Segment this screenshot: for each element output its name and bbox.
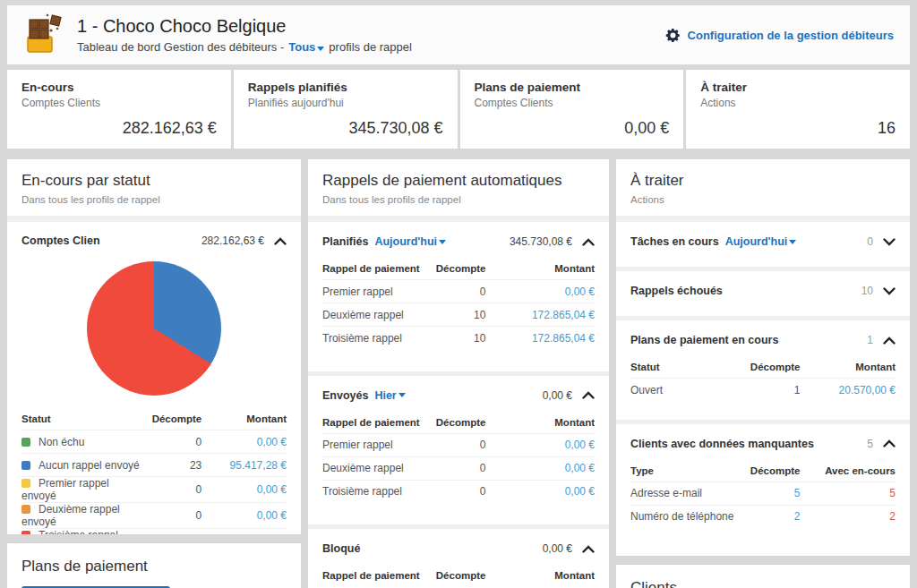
legend-swatch [21,505,30,514]
table-row[interactable]: Ouvert 1 20.570,00 € [630,379,896,402]
section-label: Envoyés [322,389,368,402]
actions-card: À traiter Actions Tâches en cours Aujour… [616,159,910,556]
group-label: Comptes Clien [21,234,100,247]
configuration-link[interactable]: Configuration de la gestion débiteurs [664,27,894,44]
status-group-header[interactable]: Comptes Clien 282.162,63 € [21,222,287,256]
section-count: 1 [867,334,873,346]
section-label: Clients avec données manquantes [630,438,814,450]
chevron-up-icon[interactable] [274,237,287,245]
chevron-up-icon[interactable] [582,391,595,399]
auto-reminders-card: Rappels de paiement automatiques Dans to… [308,159,609,588]
table-row[interactable]: Deuxième rappel10172.865,04 € [322,303,595,327]
breadcrumb-suffix: profils de rappel [329,40,412,54]
pie-chart-container [21,256,287,408]
status-table: Statut Décompte Montant Non échu 0 0,00 … [21,408,287,534]
chevron-up-icon[interactable] [582,545,595,553]
chevron-down-icon [317,47,324,51]
table-row[interactable]: Premier rappel envoyé 0 0,00 € [21,477,287,503]
breadcrumb-text: Tableau de bord Gestion des débiteurs - [77,40,284,54]
kpi-subtitle: Actions [700,97,896,109]
chocolate-bar-icon [23,13,64,57]
kpi-row: En-cours Comptes Clients 282.162,63 € Ra… [7,70,910,149]
table-row[interactable]: Adresse e-mail 5 5 [630,481,896,505]
bloque-table: Rappel de paiement Décompte Montant [322,565,595,586]
card-subtitle: Actions [630,194,896,205]
kpi-en-cours[interactable]: En-cours Comptes Clients 282.162,63 € [7,70,231,149]
period-dropdown[interactable]: Hier [374,389,405,402]
table-header-row: Rappel de paiement Décompte Montant [322,258,595,280]
chevron-down-icon [399,393,406,397]
table-row[interactable]: Troisième rappel envoyé 9 186.745,35 € [21,529,287,535]
chevron-up-icon[interactable] [883,439,896,447]
payment-plans-card: Plans de paiement Calendrier de paiement [7,543,301,588]
card-title: À traiter [630,172,896,190]
kpi-a-traiter[interactable]: À traiter Actions 16 [686,70,910,149]
section-bloque: Bloqué 0,00 € Rappel de paiement Décompt… [308,524,609,588]
section-header[interactable]: Planifiés Aujourd'hui 345.730,08 € [322,224,595,258]
chevron-down-icon[interactable] [883,238,896,246]
section-header[interactable]: Clients avec données manquantes 5 [630,426,896,460]
chevron-up-icon[interactable] [582,238,595,246]
section-header[interactable]: Bloqué 0,00 € [322,531,595,565]
table-row[interactable]: Premier rappel00,00 € [322,433,595,456]
table-row[interactable]: Troisième rappel00,00 € [322,480,595,503]
section-envoyes: Envoyés Hier 0,00 € Rappel de paiement [308,371,609,525]
section-label: Planifiés [322,235,368,248]
chevron-down-icon[interactable] [883,287,896,295]
col-statut: Statut [21,408,143,430]
chevron-up-icon[interactable] [883,337,896,345]
period-dropdown[interactable]: Aujourd'hui [374,235,446,248]
table-row[interactable]: Deuxième rappel00,00 € [322,456,595,480]
kpi-rappels-planifies[interactable]: Rappels planifiés Planifiés aujourd'hui … [234,70,458,149]
table-row[interactable]: Deuxième rappel envoyé 0 0,00 € [21,503,287,529]
breadcrumb: Tableau de bord Gestion des débiteurs - … [77,40,412,54]
planifies-table: Rappel de paiement Décompte Montant Prem… [322,258,595,350]
legend-swatch [21,531,30,534]
kpi-value: 0,00 € [475,119,670,138]
section-count: 10 [861,285,873,297]
profile-filter-dropdown[interactable]: Tous [288,40,324,54]
card-subtitle: Dans tous les profils de rappel [322,194,595,205]
table-row[interactable]: Premier rappel00,00 € [322,280,595,303]
pie-chart [87,261,221,396]
card-subtitle: Dans tous les profils de rappel [21,194,287,205]
section-amount: 345.730,08 € [510,235,572,248]
kpi-value: 282.162,63 € [21,119,217,138]
chevron-down-icon [789,240,796,244]
actions-card-header: À traiter Actions [616,159,910,222]
table-row[interactable]: Troisième rappel10172.865,04 € [322,327,595,350]
kpi-plans-de-paiement[interactable]: Plans de paiement Comptes Clients 0,00 € [460,70,684,149]
section-label: Rappels échoués [630,285,723,297]
table-header-row: Rappel de paiement Décompte Montant [322,412,595,434]
section-count: 5 [867,438,873,450]
section-amount: 0,00 € [543,542,572,555]
kpi-value: 16 [700,119,896,138]
table-row[interactable]: Non échu 0 0,00 € [21,430,287,454]
table-header-row: Statut Décompte Montant [21,408,287,430]
section-amount: 0,00 € [543,389,572,402]
table-header-row: Type Décompte Avec en-cours [630,460,896,482]
page-title: 1 - Choco Choco Belgique [77,16,412,37]
card-title: En-cours par statut [21,172,287,190]
section-planifies: Planifiés Aujourd'hui 345.730,08 € Rappe… [308,222,609,371]
section-header[interactable]: Rappels échoués 10 [630,273,896,307]
debtor-dashboard: 1 - Choco Choco Belgique Tableau de bord… [0,0,917,588]
table-header-row: Rappel de paiement Décompte Montant [322,565,595,586]
section-label: Tâches en cours [630,235,719,248]
group-total: 282.162,63 € [201,234,264,247]
section-header[interactable]: Tâches en cours Aujourd'hui 0 [630,224,896,258]
table-row[interactable]: Numéro de téléphone 2 2 [630,505,896,528]
card-title: Rappels de paiement automatiques [322,172,595,190]
envoyes-table: Rappel de paiement Décompte Montant Prem… [322,412,595,504]
section-header[interactable]: Plans de paiement en cours 1 [630,322,896,356]
period-dropdown[interactable]: Aujourd'hui [725,235,797,248]
kpi-title: À traiter [700,81,896,94]
card-title: Clients [630,579,896,588]
kpi-title: Plans de paiement [475,81,670,94]
status-card-header: En-cours par statut Dans tous les profil… [7,159,301,222]
kpi-subtitle: Comptes Clients [21,97,217,109]
section-label: Bloqué [322,542,360,555]
section-header[interactable]: Envoyés Hier 0,00 € [322,378,595,412]
table-row[interactable]: Aucun rappel envoyé 23 95.417,28 € [21,454,287,477]
legend-swatch [21,479,30,488]
